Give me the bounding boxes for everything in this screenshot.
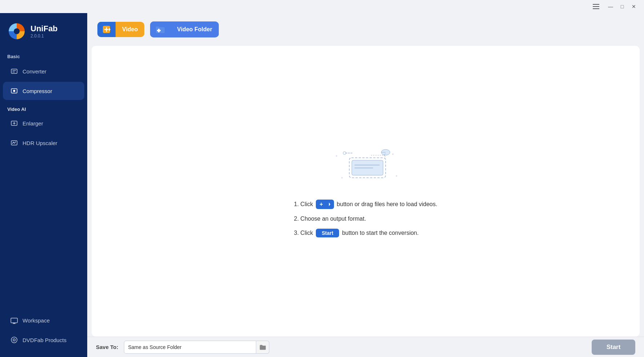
svg-rect-10 <box>11 318 17 323</box>
step3-suffix: button to start the conversion. <box>342 230 419 236</box>
app-logo <box>7 22 26 41</box>
app-container: UniFab 2.0.0.1 Basic Converter Compresso… <box>0 13 644 357</box>
instruction-3: 3. Click Start button to start the conve… <box>294 229 437 237</box>
main-content: Video Video Folder <box>87 13 644 357</box>
drop-area[interactable]: 1. Click + button or drag files here to … <box>92 46 640 337</box>
inline-start-button: Start <box>316 229 339 237</box>
svg-point-11 <box>11 337 17 343</box>
video-add-icon <box>97 22 116 37</box>
titlebar: — □ ✕ <box>0 0 644 13</box>
svg-line-29 <box>384 155 386 157</box>
drop-illustration <box>329 145 402 189</box>
svg-point-12 <box>13 339 15 341</box>
bottom-bar: Save To: Same as Source Folder Start <box>87 337 644 357</box>
save-to-selector: Same as Source Folder <box>124 341 269 354</box>
inline-start-label: Start <box>322 230 333 236</box>
svg-point-4 <box>14 28 20 34</box>
converter-label: Converter <box>23 68 47 75</box>
step1-prefix: 1. Click <box>294 201 313 208</box>
browse-folder-button[interactable] <box>256 341 269 354</box>
hdr-icon <box>10 139 18 147</box>
svg-point-17 <box>336 155 337 157</box>
step3-prefix: 3. Click <box>294 230 313 236</box>
instruction-2: 2. Choose an output format. <box>294 216 437 222</box>
sidebar-item-dvdfab[interactable]: DVDFab Products <box>3 331 84 349</box>
logo-area: UniFab 2.0.0.1 <box>0 13 87 51</box>
svg-rect-5 <box>11 69 17 73</box>
enlarger-icon <box>10 119 18 127</box>
inline-plus-icon: + <box>319 201 323 208</box>
sidebar: UniFab 2.0.0.1 Basic Converter Compresso… <box>0 13 87 357</box>
workspace-icon <box>10 316 18 324</box>
inline-add-button: + <box>316 200 334 209</box>
sidebar-item-enlarger[interactable]: Enlarger <box>3 114 84 132</box>
start-button[interactable]: Start <box>592 340 635 355</box>
instruction-1: 1. Click + button or drag files here to … <box>294 200 437 209</box>
step1-suffix: button or drag files here to load videos… <box>337 201 438 208</box>
svg-point-19 <box>341 177 343 178</box>
video-folder-button-label: Video Folder <box>170 23 219 36</box>
close-button[interactable]: ✕ <box>628 1 640 12</box>
add-video-button[interactable]: Video <box>97 22 144 37</box>
dvdfab-icon <box>10 336 18 344</box>
sidebar-item-hdr-upscaler[interactable]: HDR Upscaler <box>3 134 84 152</box>
app-version: 2.0.0.1 <box>31 33 58 39</box>
svg-rect-2 <box>593 8 599 9</box>
workspace-label: Workspace <box>23 317 50 324</box>
section-basic-label: Basic <box>0 51 87 61</box>
sidebar-item-workspace[interactable]: Workspace <box>3 311 84 329</box>
svg-point-7 <box>13 90 15 92</box>
save-path-select[interactable]: Same as Source Folder <box>124 341 256 354</box>
add-video-folder-button[interactable]: Video Folder <box>150 21 219 37</box>
svg-marker-32 <box>329 202 330 206</box>
svg-rect-16 <box>157 30 161 31</box>
minimize-button[interactable]: — <box>605 1 616 12</box>
hdr-upscaler-label: HDR Upscaler <box>23 140 57 146</box>
step2-text: 2. Choose an output format. <box>294 216 366 222</box>
folder-add-icon <box>150 21 170 37</box>
compressor-icon <box>10 87 18 95</box>
instructions: 1. Click + button or drag files here to … <box>294 200 437 237</box>
dvdfab-label: DVDFab Products <box>23 337 67 343</box>
enlarger-label: Enlarger <box>23 120 43 127</box>
compressor-label: Compressor <box>23 88 52 94</box>
svg-point-20 <box>396 175 397 177</box>
sidebar-item-converter[interactable]: Converter <box>3 62 84 80</box>
converter-icon <box>10 67 18 75</box>
svg-rect-0 <box>593 4 599 5</box>
menu-icon[interactable] <box>590 1 602 12</box>
section-videoai-label: Video AI <box>0 101 87 113</box>
sidebar-item-compressor[interactable]: Compressor <box>3 82 84 100</box>
toolbar: Video Video Folder <box>87 13 644 46</box>
logo-text: UniFab 2.0.0.1 <box>31 24 58 39</box>
svg-point-18 <box>392 153 394 155</box>
save-to-label: Save To: <box>96 344 118 350</box>
video-button-label: Video <box>116 23 144 36</box>
maximize-button[interactable]: □ <box>616 1 628 12</box>
svg-rect-1 <box>593 6 599 7</box>
app-name: UniFab <box>31 24 58 33</box>
